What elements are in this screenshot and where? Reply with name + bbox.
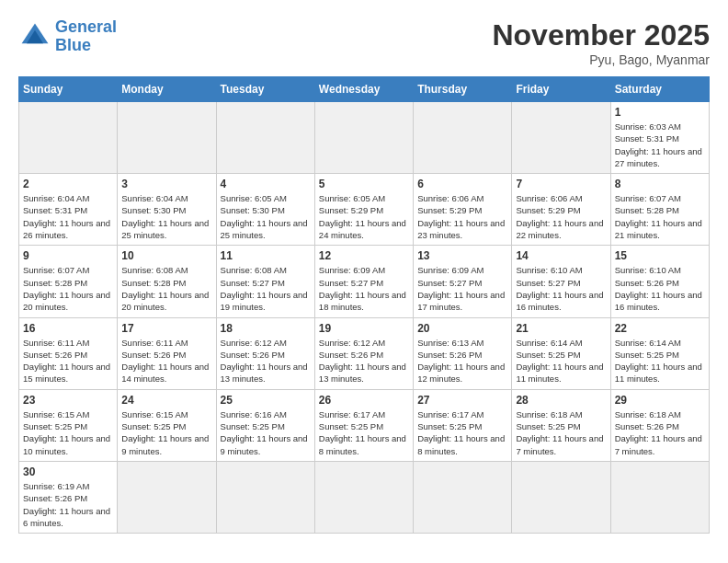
day-number: 21 <box>516 322 606 335</box>
day-info: Sunrise: 6:16 AM Sunset: 5:25 PM Dayligh… <box>221 408 311 457</box>
empty-cell <box>512 461 610 533</box>
empty-cell <box>414 102 512 174</box>
calendar: Sunday Monday Tuesday Wednesday Thursday… <box>18 76 710 534</box>
day-number: 30 <box>23 465 113 478</box>
day-info: Sunrise: 6:18 AM Sunset: 5:26 PM Dayligh… <box>615 408 705 457</box>
day-info: Sunrise: 6:17 AM Sunset: 5:25 PM Dayligh… <box>319 408 409 457</box>
day-info: Sunrise: 6:07 AM Sunset: 5:28 PM Dayligh… <box>23 264 113 313</box>
calendar-row: 16 Sunrise: 6:11 AM Sunset: 5:26 PM Dayl… <box>19 317 710 389</box>
header-monday: Monday <box>118 77 216 102</box>
day-info: Sunrise: 6:15 AM Sunset: 5:25 PM Dayligh… <box>23 408 113 457</box>
day-number: 6 <box>417 178 507 190</box>
table-row: 3 Sunrise: 6:04 AM Sunset: 5:30 PM Dayli… <box>118 174 216 246</box>
day-number: 1 <box>615 106 705 119</box>
day-number: 16 <box>23 322 113 335</box>
table-row: 17 Sunrise: 6:11 AM Sunset: 5:26 PM Dayl… <box>118 317 216 389</box>
table-row: 8 Sunrise: 6:07 AM Sunset: 5:28 PM Dayli… <box>610 174 709 246</box>
day-number: 4 <box>221 178 311 190</box>
calendar-row: 23 Sunrise: 6:15 AM Sunset: 5:25 PM Dayl… <box>19 389 710 461</box>
calendar-row: 9 Sunrise: 6:07 AM Sunset: 5:28 PM Dayli… <box>19 246 710 317</box>
table-row: 26 Sunrise: 6:17 AM Sunset: 5:25 PM Dayl… <box>314 389 413 461</box>
day-info: Sunrise: 6:14 AM Sunset: 5:25 PM Dayligh… <box>516 337 606 385</box>
calendar-row: 2 Sunrise: 6:04 AM Sunset: 5:31 PM Dayli… <box>19 174 710 246</box>
day-number: 12 <box>319 249 409 262</box>
header-wednesday: Wednesday <box>314 77 413 102</box>
table-row: 24 Sunrise: 6:15 AM Sunset: 5:25 PM Dayl… <box>118 389 216 461</box>
table-row: 15 Sunrise: 6:10 AM Sunset: 5:26 PM Dayl… <box>610 246 709 317</box>
header-saturday: Saturday <box>610 77 709 102</box>
day-info: Sunrise: 6:08 AM Sunset: 5:27 PM Dayligh… <box>221 264 311 313</box>
day-info: Sunrise: 6:09 AM Sunset: 5:27 PM Dayligh… <box>417 264 507 313</box>
day-info: Sunrise: 6:03 AM Sunset: 5:31 PM Dayligh… <box>615 121 705 169</box>
day-number: 13 <box>417 249 507 262</box>
day-info: Sunrise: 6:11 AM Sunset: 5:26 PM Dayligh… <box>121 337 211 385</box>
table-row: 10 Sunrise: 6:08 AM Sunset: 5:28 PM Dayl… <box>118 246 216 317</box>
day-number: 26 <box>319 394 409 407</box>
table-row: 18 Sunrise: 6:12 AM Sunset: 5:26 PM Dayl… <box>216 317 314 389</box>
day-number: 18 <box>221 322 311 335</box>
empty-cell <box>414 461 512 533</box>
day-info: Sunrise: 6:08 AM Sunset: 5:28 PM Dayligh… <box>121 264 211 313</box>
day-number: 3 <box>121 178 211 190</box>
table-row: 25 Sunrise: 6:16 AM Sunset: 5:25 PM Dayl… <box>216 389 314 461</box>
table-row: 9 Sunrise: 6:07 AM Sunset: 5:28 PM Dayli… <box>19 246 118 317</box>
day-info: Sunrise: 6:17 AM Sunset: 5:25 PM Dayligh… <box>417 408 507 457</box>
day-info: Sunrise: 6:12 AM Sunset: 5:26 PM Dayligh… <box>319 337 409 385</box>
day-number: 22 <box>615 322 705 335</box>
day-number: 24 <box>121 394 211 407</box>
location: Pyu, Bago, Myanmar <box>492 52 710 67</box>
header-tuesday: Tuesday <box>216 77 314 102</box>
calendar-row: 30 Sunrise: 6:19 AM Sunset: 5:26 PM Dayl… <box>19 461 710 533</box>
table-row: 16 Sunrise: 6:11 AM Sunset: 5:26 PM Dayl… <box>19 317 118 389</box>
empty-cell <box>314 102 413 174</box>
day-info: Sunrise: 6:04 AM Sunset: 5:30 PM Dayligh… <box>121 192 211 241</box>
table-row: 20 Sunrise: 6:13 AM Sunset: 5:26 PM Dayl… <box>414 317 512 389</box>
day-number: 10 <box>121 249 211 262</box>
day-info: Sunrise: 6:18 AM Sunset: 5:25 PM Dayligh… <box>516 408 606 457</box>
table-row: 6 Sunrise: 6:06 AM Sunset: 5:29 PM Dayli… <box>414 174 512 246</box>
table-row: 4 Sunrise: 6:05 AM Sunset: 5:30 PM Dayli… <box>216 174 314 246</box>
day-info: Sunrise: 6:19 AM Sunset: 5:26 PM Dayligh… <box>23 480 113 529</box>
day-info: Sunrise: 6:07 AM Sunset: 5:28 PM Dayligh… <box>615 192 705 241</box>
table-row: 7 Sunrise: 6:06 AM Sunset: 5:29 PM Dayli… <box>512 174 610 246</box>
table-row: 2 Sunrise: 6:04 AM Sunset: 5:31 PM Dayli… <box>19 174 118 246</box>
day-number: 5 <box>319 178 409 190</box>
day-info: Sunrise: 6:06 AM Sunset: 5:29 PM Dayligh… <box>516 192 606 241</box>
day-info: Sunrise: 6:11 AM Sunset: 5:26 PM Dayligh… <box>23 337 113 385</box>
day-info: Sunrise: 6:05 AM Sunset: 5:29 PM Dayligh… <box>319 192 409 241</box>
day-info: Sunrise: 6:10 AM Sunset: 5:26 PM Dayligh… <box>615 264 705 313</box>
table-row: 13 Sunrise: 6:09 AM Sunset: 5:27 PM Dayl… <box>414 246 512 317</box>
table-row: 1 Sunrise: 6:03 AM Sunset: 5:31 PM Dayli… <box>610 102 709 174</box>
empty-cell <box>118 102 216 174</box>
empty-cell <box>19 102 118 174</box>
day-number: 23 <box>23 394 113 407</box>
empty-cell <box>118 461 216 533</box>
header-friday: Friday <box>512 77 610 102</box>
empty-cell <box>314 461 413 533</box>
table-row: 11 Sunrise: 6:08 AM Sunset: 5:27 PM Dayl… <box>216 246 314 317</box>
day-info: Sunrise: 6:06 AM Sunset: 5:29 PM Dayligh… <box>417 192 507 241</box>
day-info: Sunrise: 6:12 AM Sunset: 5:26 PM Dayligh… <box>221 337 311 385</box>
logo-icon <box>18 20 51 53</box>
day-info: Sunrise: 6:14 AM Sunset: 5:25 PM Dayligh… <box>615 337 705 385</box>
day-info: Sunrise: 6:04 AM Sunset: 5:31 PM Dayligh… <box>23 192 113 241</box>
day-number: 11 <box>221 249 311 262</box>
day-number: 2 <box>23 178 113 190</box>
title-block: November 2025 Pyu, Bago, Myanmar <box>492 18 710 67</box>
page-header: GeneralBlue November 2025 Pyu, Bago, Mya… <box>18 18 710 67</box>
day-number: 14 <box>516 249 606 262</box>
table-row: 5 Sunrise: 6:05 AM Sunset: 5:29 PM Dayli… <box>314 174 413 246</box>
weekday-header-row: Sunday Monday Tuesday Wednesday Thursday… <box>19 77 710 102</box>
header-sunday: Sunday <box>19 77 118 102</box>
logo: GeneralBlue <box>18 18 117 55</box>
empty-cell <box>512 102 610 174</box>
table-row: 14 Sunrise: 6:10 AM Sunset: 5:27 PM Dayl… <box>512 246 610 317</box>
day-number: 17 <box>121 322 211 335</box>
day-number: 8 <box>615 178 705 190</box>
empty-cell <box>610 461 709 533</box>
day-number: 28 <box>516 394 606 407</box>
table-row: 12 Sunrise: 6:09 AM Sunset: 5:27 PM Dayl… <box>314 246 413 317</box>
day-number: 29 <box>615 394 705 407</box>
logo-text: GeneralBlue <box>55 18 117 55</box>
empty-cell <box>216 102 314 174</box>
